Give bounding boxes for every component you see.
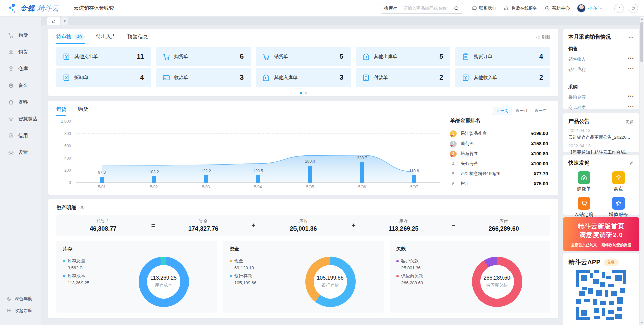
trend-bar[interactable] bbox=[204, 175, 208, 183]
scroll-down-arrow[interactable]: ▼ bbox=[640, 321, 644, 325]
divider bbox=[400, 6, 400, 11]
box-in-icon bbox=[262, 74, 270, 82]
todo-card-purchase-request[interactable]: 购货订单4 bbox=[455, 47, 550, 66]
sidebar-item-funds[interactable]: 资金 bbox=[0, 77, 41, 94]
tab-pending-approval[interactable]: 待审核 49 bbox=[56, 34, 85, 44]
user-name[interactable]: 小乔 bbox=[588, 5, 597, 11]
search-icon[interactable] bbox=[454, 6, 459, 11]
tab-pending-inout[interactable]: 待出入库 bbox=[96, 34, 116, 44]
sidebar-item-smart-store[interactable]: 智慧微店 bbox=[0, 111, 41, 127]
todo-pagination bbox=[56, 92, 550, 94]
banner-line-1: 精斗云新版首页 bbox=[563, 222, 639, 231]
help-center-link[interactable]: 帮助中心 bbox=[545, 5, 570, 11]
sidebar-item-warehouse[interactable]: 仓库 bbox=[0, 60, 41, 77]
page-dot-1[interactable] bbox=[300, 92, 302, 94]
y-tick-label: 0 bbox=[69, 180, 71, 185]
todo-card-receipt[interactable]: 收款单3 bbox=[156, 68, 251, 87]
funds-donut-chart: 105,199.66银行存款 bbox=[305, 257, 356, 307]
eye-icon[interactable] bbox=[79, 205, 85, 211]
trend-panel: 销货 购货 近一周 近一月 近一年 02004006008001,000 bbox=[48, 101, 558, 195]
logout-button[interactable] bbox=[629, 4, 638, 13]
search-input[interactable] bbox=[403, 6, 454, 11]
logo-dots-icon bbox=[9, 3, 17, 13]
sidebar-item-settings[interactable]: 设置 bbox=[0, 144, 41, 161]
todo-card-sales-order[interactable]: 销货单5 bbox=[256, 47, 351, 66]
sidebar-item-credit[interactable]: 信用 bbox=[0, 127, 41, 144]
trend-bar[interactable] bbox=[360, 162, 364, 183]
quick-action-stocktake[interactable]: 盘点 bbox=[603, 171, 634, 192]
todo-card-payment[interactable]: 付款单2 bbox=[356, 68, 451, 87]
range-year-button[interactable]: 近一年 bbox=[531, 107, 550, 115]
trend-bar[interactable] bbox=[256, 175, 260, 183]
search-category[interactable]: 搜库存 bbox=[384, 5, 397, 11]
stat-payable: 应付266,289.60 bbox=[457, 218, 550, 232]
x-tick-label: 5/04 bbox=[254, 185, 262, 189]
range-week-button[interactable]: 近一周 bbox=[493, 107, 512, 115]
todo-card-other-outbound[interactable]: 其他出库单5 bbox=[356, 47, 451, 66]
contact-us-link[interactable]: 联系我们 bbox=[472, 5, 496, 11]
todo-card-other-inbound[interactable]: 其他入库单3 bbox=[256, 68, 351, 87]
tab-list-dropdown[interactable]: ▼ bbox=[61, 17, 68, 25]
page-scrollbar[interactable]: ▲ ▼ bbox=[640, 17, 644, 325]
app-logo[interactable]: 金蝶 精斗云 bbox=[0, 3, 70, 13]
sidebar-item-data[interactable]: 资料 bbox=[0, 94, 41, 111]
ranking-row[interactable]: 5西红柿意粉酱190g*6¥77.70 bbox=[450, 169, 548, 179]
bar-value-label: 97.8 bbox=[98, 170, 106, 175]
inventory-donut-chart: 113,269.25库存成本 bbox=[139, 257, 189, 307]
trend-bar[interactable] bbox=[412, 175, 416, 183]
announcement-link[interactable]: 【重要通知】精斗云工作台域... bbox=[568, 149, 634, 155]
refresh-button[interactable]: 刷新 bbox=[536, 34, 550, 40]
collapse-nav-button[interactable]: 收起导航 bbox=[0, 305, 41, 316]
gridline bbox=[76, 146, 440, 146]
todo-card-grid: 其他支出单11 购货单6 销货单5 其他出库单5 购货订单4 拆卸单4 收款单3… bbox=[56, 47, 550, 87]
scrollbar-thumb[interactable] bbox=[640, 22, 643, 62]
dark-nav-toggle[interactable]: 深色导航 bbox=[0, 293, 41, 305]
todo-card-other-income[interactable]: 其他收入单2 bbox=[455, 68, 550, 87]
after-sale-service-link[interactable]: 售后在线服务 bbox=[504, 5, 537, 11]
ranking-row[interactable]: 2葡萄酒¥158.00 bbox=[450, 139, 548, 149]
x-tick-label: 5/05 bbox=[306, 185, 314, 189]
app-qr-code bbox=[576, 270, 626, 320]
tab-warning-info[interactable]: 预警信息 bbox=[127, 34, 148, 44]
avatar[interactable] bbox=[577, 4, 586, 13]
tab-purchase-trend[interactable]: 购货 bbox=[78, 106, 88, 116]
trend-bar[interactable] bbox=[100, 177, 104, 183]
chevron-down-icon[interactable] bbox=[599, 6, 603, 10]
todo-card-disassembly[interactable]: 拆卸单4 bbox=[56, 68, 151, 87]
ranking-row[interactable]: 4夹心海苔¥100.00 bbox=[450, 159, 548, 169]
edit-pencil-icon[interactable] bbox=[629, 161, 634, 166]
tab-sales-trend[interactable]: 销货 bbox=[56, 106, 66, 116]
collapse-icon bbox=[7, 308, 12, 313]
todo-card-purchase-order[interactable]: 购货单6 bbox=[156, 47, 251, 66]
cube-icon bbox=[8, 66, 14, 72]
quick-action-value-service[interactable]: 增值服务 bbox=[603, 197, 634, 218]
scroll-up-arrow[interactable]: ▲ bbox=[640, 17, 644, 21]
ranking-row[interactable]: 1果汁饮品礼盒¥198.00 bbox=[450, 128, 548, 139]
ranking-row[interactable]: 3烤海苔卷¥100.80 bbox=[450, 149, 548, 159]
search-box[interactable]: 搜库存 bbox=[381, 3, 463, 14]
back-button[interactable] bbox=[614, 4, 624, 13]
more-link[interactable]: 更多 bbox=[625, 119, 634, 125]
home-tab[interactable] bbox=[47, 17, 60, 25]
trend-bar[interactable] bbox=[152, 176, 156, 183]
x-tick-label: 5/07 bbox=[410, 185, 418, 189]
announcement-link[interactable]: 云进销存产品更新公告_20220... bbox=[568, 134, 634, 140]
operator: + bbox=[250, 222, 257, 229]
user-menu[interactable]: 小乔 bbox=[577, 4, 603, 13]
range-month-button[interactable]: 近一月 bbox=[512, 107, 531, 115]
sidebar-item-purchase[interactable]: 购货 bbox=[0, 27, 41, 44]
page-dot-2[interactable] bbox=[305, 92, 307, 94]
eye-closed-icon[interactable] bbox=[628, 34, 634, 40]
quick-action-sell-to-buy[interactable]: 以销定购 bbox=[568, 197, 599, 218]
survey-banner[interactable]: 精斗云新版首页 满意度调研2.0 全新首页已到来期待收到您的反馈 bbox=[563, 217, 639, 251]
legend-bank-deposit: 银行存款 bbox=[230, 273, 283, 279]
quick-action-transfer[interactable]: 调拨单 bbox=[568, 171, 599, 192]
todo-card-other-expense[interactable]: 其他支出单11 bbox=[56, 47, 151, 66]
range-filter-group: 近一周 近一月 近一年 bbox=[493, 107, 550, 115]
ranking-row[interactable]: 6橙汁¥75.00 bbox=[450, 179, 548, 189]
star-icon bbox=[615, 200, 622, 207]
sidebar-item-sales[interactable]: 销货 bbox=[0, 44, 41, 60]
trend-bar[interactable] bbox=[308, 166, 312, 183]
legend-dot bbox=[230, 275, 232, 277]
main-content: 待审核 49 待出入库 预警信息 刷新 其他支出单11 购货单6 销货单5 其他… bbox=[48, 29, 558, 318]
